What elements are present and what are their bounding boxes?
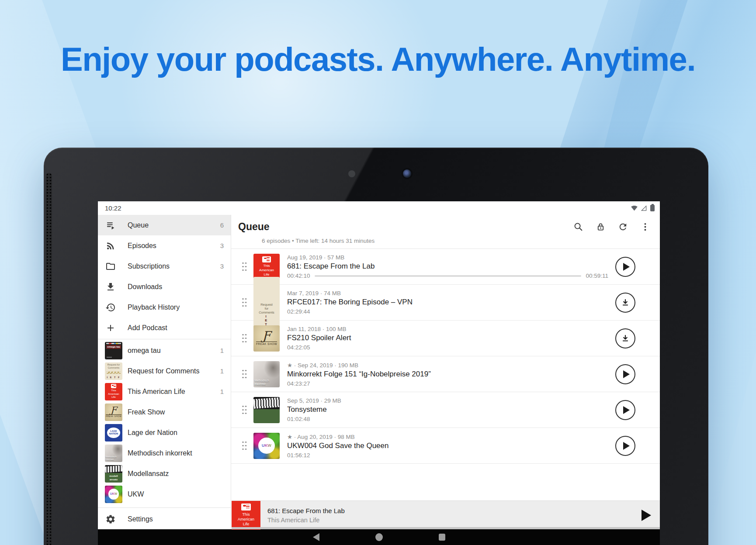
- tablet-device: 10:22 Queue 6: [44, 148, 708, 545]
- podcast-count: 1: [220, 388, 224, 395]
- podcast-count: 1: [220, 347, 224, 354]
- podcast-title: Freak Show: [128, 408, 224, 416]
- drag-handle-icon[interactable]: [236, 298, 252, 307]
- sidebar-podcast-freak-show[interactable]: ƑFREAK SHOW Freak Show: [98, 402, 231, 422]
- playlist-play-icon: [105, 220, 116, 231]
- podcast-artwork: ƑFREAK SHOW: [105, 404, 122, 421]
- episode-row[interactable]: Methodisch inkorrekt ★ · Sep 24, 2019 · …: [231, 356, 660, 392]
- sidebar-podcast-this-american-life[interactable]: This American Life This American Life 1: [98, 381, 231, 402]
- drag-handle-icon[interactable]: [236, 442, 252, 450]
- sidebar-item-label: Episodes: [128, 242, 220, 250]
- sidebar-item-count: 3: [220, 262, 224, 270]
- podcast-artwork: modell ansatz: [105, 465, 122, 483]
- back-icon[interactable]: [313, 533, 319, 541]
- status-time: 10:22: [105, 204, 121, 212]
- sidebar-divider: [98, 339, 231, 339]
- episode-title: 681: Escape From the Lab: [287, 262, 608, 271]
- lock-icon[interactable]: [595, 221, 606, 232]
- sidebar-item-label: Downloads: [128, 283, 224, 291]
- mini-player-subtitle: This American Life: [267, 517, 345, 524]
- sidebar-item-label: Subscriptions: [128, 262, 220, 270]
- sidebar-item-subscriptions[interactable]: Subscriptions 3: [98, 256, 231, 276]
- episode-duration: 01:56:12: [287, 452, 608, 459]
- cellular-signal-icon: [640, 205, 647, 211]
- mini-player-progress-bar: [232, 527, 660, 529]
- episode-title: RFCE017: The Boring Episode – VPN: [287, 298, 608, 307]
- sidebar-item-queue[interactable]: Queue 6: [98, 215, 231, 235]
- drag-handle-icon[interactable]: [236, 334, 252, 343]
- sidebar-podcast-request-for-comments[interactable]: Request for CommentsI E T F Request for …: [98, 361, 231, 381]
- play-button[interactable]: [615, 400, 635, 420]
- sidebar-podcast-ukw[interactable]: UKW UKW: [98, 484, 231, 504]
- episode-meta: Mar 7, 2019 · 74 MB: [287, 290, 608, 297]
- episode-row[interactable]: ƑFREAK SHOW Jan 11, 2018 · 100 MB FS210 …: [231, 321, 660, 356]
- episode-duration: 01:02:48: [287, 416, 608, 422]
- sidebar-item-playback-history[interactable]: Playback History: [98, 297, 231, 317]
- plus-icon: [105, 323, 116, 333]
- podcast-title: Lage der Nation: [128, 429, 224, 437]
- podcast-count: 1: [220, 367, 224, 375]
- queue-summary: 6 episodes • Time left: 14 hours 31 minu…: [231, 237, 660, 248]
- episode-artwork: UKW: [253, 433, 280, 459]
- play-button[interactable]: [615, 364, 635, 384]
- mini-player-artwork: This American Life: [232, 501, 260, 530]
- battery-icon: [650, 205, 655, 211]
- episode-artwork: Methodisch inkorrekt: [253, 361, 280, 387]
- download-button[interactable]: [615, 293, 635, 313]
- podcast-artwork: Methodisch inkorrekt: [105, 445, 122, 462]
- episode-title: UKW004 God Save the Queen: [287, 442, 608, 450]
- front-camera-lens: [403, 169, 411, 178]
- queue-panel: Queue: [231, 215, 660, 529]
- episode-row[interactable]: Request for CommentsI E T F Mar 7, 2019 …: [231, 285, 660, 321]
- sidebar-podcast-modellansatz[interactable]: modell ansatz Modellansatz: [98, 463, 231, 484]
- episode-elapsed: 00:42:10: [287, 272, 310, 279]
- home-icon[interactable]: [375, 533, 383, 541]
- episode-artwork: Request for CommentsI E T F: [253, 277, 280, 328]
- drag-handle-icon[interactable]: [236, 406, 252, 414]
- mini-player[interactable]: This American Life 681: Escape From the …: [232, 500, 660, 529]
- sidebar-item-count: 6: [220, 221, 224, 229]
- drag-handle-icon[interactable]: [236, 262, 252, 271]
- drag-handle-icon[interactable]: [236, 370, 252, 379]
- episode-total: 00:59:11: [586, 272, 608, 279]
- episode-duration: 02:29:44: [287, 308, 608, 315]
- episode-row[interactable]: This American Life Aug 19, 2019 · 57 MB …: [231, 249, 660, 285]
- episode-title: Tonsysteme: [287, 405, 608, 414]
- search-icon[interactable]: [573, 221, 583, 232]
- episode-progress: 00:42:10 00:59:11: [287, 272, 608, 279]
- app-screen: 10:22 Queue 6: [98, 201, 660, 545]
- sidebar-podcast-methodisch-inkorrekt[interactable]: Methodisch inkorrekt Methodisch inkorrek…: [98, 443, 231, 463]
- wifi-icon: [631, 205, 638, 211]
- sidebar-podcast-lage-der-nation[interactable]: LAGE NATION Lage der Nation: [98, 422, 231, 443]
- sidebar-item-episodes[interactable]: Episodes 3: [98, 235, 231, 256]
- sidebar-item-add-podcast[interactable]: Add Podcast: [98, 317, 231, 338]
- overflow-menu-icon[interactable]: [640, 221, 650, 232]
- episode-artwork: ƑFREAK SHOW: [253, 325, 280, 352]
- sidebar-item-downloads[interactable]: Downloads: [98, 276, 231, 297]
- play-icon[interactable]: [642, 510, 651, 521]
- episode-duration: 04:22:05: [287, 344, 608, 351]
- download-icon: [105, 282, 116, 292]
- sidebar-item-label: Queue: [128, 221, 220, 229]
- podcast-artwork: UKW: [105, 486, 122, 503]
- hero-headline: Enjoy your podcasts. Anywhere. Anytime.: [0, 40, 756, 78]
- play-button[interactable]: [615, 436, 635, 456]
- refresh-icon[interactable]: [617, 221, 628, 232]
- download-button[interactable]: [615, 328, 635, 348]
- toolbar: Queue: [231, 215, 660, 237]
- episode-row[interactable]: UKW ★ · Aug 20, 2019 · 98 MB UKW004 God …: [231, 428, 660, 464]
- podcast-artwork: Request for CommentsI E T F: [105, 362, 122, 380]
- episode-artwork: modell ansatz: [253, 397, 280, 423]
- episode-row[interactable]: modell ansatz Sep 5, 2019 · 29 MB Tonsys…: [231, 392, 660, 428]
- podcast-title: This American Life: [128, 388, 220, 396]
- recents-icon[interactable]: [439, 534, 445, 541]
- page-title: Queue: [238, 221, 573, 233]
- sidebar-item-settings[interactable]: Settings: [98, 509, 231, 529]
- sidebar-item-label: Settings: [128, 515, 224, 523]
- episode-meta: ★ · Sep 24, 2019 · 190 MB: [287, 362, 608, 369]
- sidebar-podcast-omega-tau[interactable]: omega tau omega tau 1: [98, 340, 231, 361]
- podcast-title: omega tau: [128, 347, 220, 355]
- podcast-title: Request for Comments: [128, 367, 220, 375]
- play-button[interactable]: [615, 257, 635, 277]
- progress-bar: [315, 275, 582, 277]
